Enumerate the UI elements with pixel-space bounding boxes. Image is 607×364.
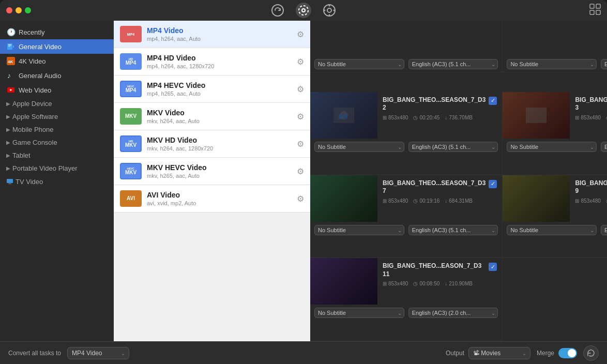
format-gear-mp4hd[interactable]: ⚙ <box>297 57 304 67</box>
subtitle-select-partial-2[interactable]: No Subtitle Subtitle <box>507 59 597 69</box>
video-checkbox-ep7[interactable]: ✓ <box>489 180 497 188</box>
svg-rect-15 <box>8 46 10 47</box>
sidebar-category-apple-software[interactable]: ▶ Apple Software <box>0 110 114 123</box>
subtitle-select-ep9[interactable]: No Subtitle Subtitle <box>507 225 597 235</box>
minimize-button[interactable] <box>16 7 22 13</box>
avi-format-icon: AVI <box>120 190 142 207</box>
merge-label: Merge <box>537 350 554 357</box>
mp4-format-icon: MP4 <box>120 26 142 42</box>
svg-rect-11 <box>590 10 594 14</box>
chevron-icon: ▶ <box>6 127 10 132</box>
audio-select-ep9[interactable]: English (AC3) (2.0 ch... <box>601 225 607 235</box>
output-label: Output <box>446 350 464 357</box>
sidebar-category-tablet[interactable]: ▶ Tablet <box>0 149 114 162</box>
format-info-mp4hd: MP4 HD Video mp4, h264, aac, 1280x720 <box>147 54 292 69</box>
mkvhevc-format-icon: HEVC MKV <box>120 163 142 179</box>
sidebar-category-tv-video[interactable]: TV Video <box>0 175 114 189</box>
subtitle-select-ep3[interactable]: No Subtitle Subtitle <box>507 142 597 152</box>
audio-select-ep7[interactable]: English (AC3) (5.1 ch... <box>408 225 498 235</box>
format-info-mkvhd: MKV HD Video mkv, h264, aac, 1280x720 <box>147 136 292 151</box>
svg-point-4 <box>327 8 331 12</box>
format-item-mp4[interactable]: MP4 MP4 Video mp4, h264, aac, Auto ⚙ <box>114 21 310 48</box>
sidebar-item-recently[interactable]: 🕐 Recently <box>0 25 114 39</box>
chevron-icon: ▶ <box>6 101 10 107</box>
format-gear-mkvhd[interactable]: ⚙ <box>297 139 304 149</box>
video-info-ep3: BIG_BANG_THEO...SEASON_7_D3 3 ✓ ⊞ 853x48… <box>570 92 607 139</box>
audio-select-partial-2[interactable]: English (AC3) (5.1 ch... <box>601 59 607 69</box>
format-selector-bottom[interactable]: MP4 Video MP4 HD Video MKV Video AVI Vid… <box>67 347 129 359</box>
format-gear-avi[interactable]: ⚙ <box>297 194 304 204</box>
sidebar-item-general-audio[interactable]: ♪ General Audio <box>0 68 114 83</box>
mkvhd-format-icon: HD MKV <box>120 135 142 152</box>
svg-rect-23 <box>8 184 11 184</box>
subtitle-select-partial-1[interactable]: No Subtitle Subtitle <box>314 59 404 69</box>
video-thumbnail-ep2: 👤 👤 <box>310 92 377 139</box>
video-checkbox-ep2[interactable]: ✓ <box>489 97 497 105</box>
convert-icon[interactable] <box>270 3 285 18</box>
video-card-ep9: BIG_BANG_THEO...SEASON_7_D3 9 ✓ ⊞ 853x48… <box>503 175 607 259</box>
video-meta-ep9: ⊞ 853x480 ◷ 00:15:14 ↓ 366.55MB <box>575 198 607 204</box>
video-thumbnail-ep7 <box>310 175 377 222</box>
bottom-bar: Convert all tasks to MP4 Video MP4 HD Vi… <box>0 341 607 364</box>
svg-text:♪: ♪ <box>7 71 11 80</box>
svg-text:👤: 👤 <box>343 114 348 119</box>
video-thumbnail-ep9 <box>503 175 570 222</box>
refresh-button[interactable] <box>583 345 599 361</box>
sidebar-item-web-video[interactable]: Web Video <box>0 83 114 97</box>
format-info-mkvhevc: MKV HEVC Video mkv, h265, aac, Auto <box>147 163 292 179</box>
sidebar-item-4k-video[interactable]: 4K 4K Video <box>0 54 114 68</box>
close-button[interactable] <box>6 7 12 13</box>
subtitle-select-ep7[interactable]: No Subtitle Subtitle <box>314 225 404 235</box>
audio-select-ep3[interactable]: English (AC3) (5.1 ch... <box>601 142 607 152</box>
format-item-mkvhd[interactable]: HD MKV MKV HD Video mkv, h264, aac, 1280… <box>114 130 310 158</box>
general-video-icon <box>6 42 16 51</box>
format-panel: MP4 MP4 Video mp4, h264, aac, Auto ⚙ HD … <box>114 21 310 341</box>
recently-icon: 🕐 <box>6 27 16 37</box>
format-info-mkv: MKV Video mkv, h264, aac, Auto <box>147 109 292 124</box>
audio-select-partial-1[interactable]: English (AC3) (5.1 ch... <box>408 59 498 69</box>
format-gear-mkvhevc[interactable]: ⚙ <box>297 166 304 176</box>
sidebar-category-apple-device[interactable]: ▶ Apple Device <box>0 97 114 110</box>
output-selector[interactable]: 📽 Movies Desktop Downloads <box>468 347 530 359</box>
sidebar-category-portable-video[interactable]: ▶ Portable Video Player <box>0 162 114 175</box>
media-icon[interactable] <box>322 3 337 18</box>
video-meta-ep11: ⊞ 853x480 ◷ 00:08:50 ↓ 210.90MB <box>383 281 497 286</box>
video-info-ep2: BIG_BANG_THEO...SEASON_7_D3 2 ✓ ⊞ 853x48… <box>377 92 502 139</box>
format-item-mkv[interactable]: MKV MKV Video mkv, h264, aac, Auto ⚙ <box>114 103 310 130</box>
video-thumbnail-ep3 <box>503 92 570 139</box>
audio-select-ep2[interactable]: English (AC3) (5.1 ch... <box>408 142 498 152</box>
grid-view-button[interactable] <box>589 4 601 18</box>
format-item-mkvhevc[interactable]: HEVC MKV MKV HEVC Video mkv, h265, aac, … <box>114 158 310 185</box>
format-gear-mp4[interactable]: ⚙ <box>297 29 304 39</box>
sidebar-category-mobile-phone[interactable]: ▶ Mobile Phone <box>0 123 114 136</box>
format-item-mp4hd[interactable]: HD MP4 MP4 HD Video mp4, h264, aac, 1280… <box>114 48 310 75</box>
settings-icon[interactable] <box>296 3 311 18</box>
video-card-partial-1: No Subtitle Subtitle English (AC3) (5.1 … <box>310 21 503 72</box>
svg-rect-14 <box>8 44 11 46</box>
maximize-button[interactable] <box>25 7 31 13</box>
svg-point-7 <box>324 10 326 11</box>
subtitle-select-ep11[interactable]: No Subtitle Subtitle <box>314 308 404 318</box>
svg-rect-12 <box>596 10 600 14</box>
chevron-icon: ▶ <box>6 165 10 171</box>
video-grid: No Subtitle Subtitle English (AC3) (5.1 … <box>310 21 607 341</box>
audio-select-ep11[interactable]: English (AC3) (2.0 ch... <box>408 308 498 318</box>
sidebar: 🕐 Recently General Video 4K 4K V <box>0 21 114 341</box>
format-gear-mkv[interactable]: ⚙ <box>297 112 304 122</box>
tv-icon <box>6 177 13 186</box>
video-checkbox-ep11[interactable]: ✓ <box>489 263 497 271</box>
subtitle-select-ep2[interactable]: No Subtitle Subtitle <box>314 142 404 152</box>
video-info-ep9: BIG_BANG_THEO...SEASON_7_D3 9 ✓ ⊞ 853x48… <box>570 175 607 222</box>
merge-section: Merge <box>537 348 577 358</box>
sidebar-item-general-video[interactable]: General Video <box>0 39 114 54</box>
format-gear-mp4hevc[interactable]: ⚙ <box>297 84 304 94</box>
svg-rect-22 <box>7 179 13 183</box>
chevron-icon: ▶ <box>6 140 10 145</box>
convert-label: Convert all tasks to <box>8 350 61 357</box>
format-item-mp4hevc[interactable]: HEVC MP4 MP4 HEVC Video mp4, h265, aac, … <box>114 75 310 103</box>
format-item-avi[interactable]: AVI AVI Video avi, xvid, mp2, Auto ⚙ <box>114 185 310 213</box>
traffic-lights <box>6 7 31 13</box>
sidebar-category-game-console[interactable]: ▶ Game Console <box>0 136 114 149</box>
svg-marker-16 <box>13 45 14 48</box>
merge-toggle[interactable] <box>558 348 577 358</box>
